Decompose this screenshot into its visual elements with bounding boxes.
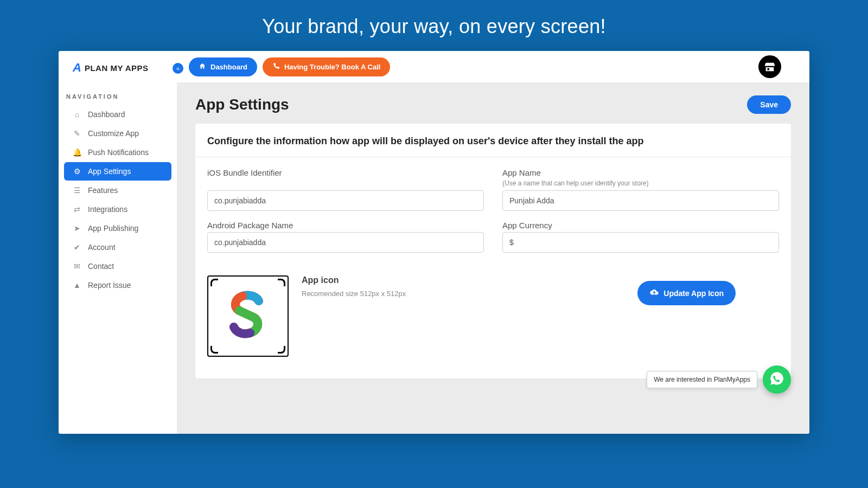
home-icon: ⌂ — [73, 110, 81, 119]
app-name-field: App Name (Use a name that can help user … — [502, 168, 779, 221]
app-logo-icon — [221, 289, 275, 343]
gear-icon: ⚙ — [73, 167, 81, 176]
ios-bundle-input[interactable] — [207, 190, 484, 211]
android-package-label: Android Package Name — [207, 221, 484, 230]
sidebar-item-label: App Settings — [88, 167, 131, 176]
sidebar-item-customize-app[interactable]: ✎ Customize App — [64, 124, 171, 143]
dashboard-button[interactable]: Dashboard — [189, 57, 257, 76]
whatsapp-button[interactable] — [763, 365, 791, 394]
card-description: Configure the information how app will b… — [195, 124, 791, 157]
ios-bundle-label: iOS Bundle Identifier — [207, 168, 484, 177]
plug-icon: ⇄ — [73, 205, 81, 214]
book-call-button-label: Having Trouble? Book A Call — [284, 63, 380, 71]
app-icon-preview — [207, 275, 289, 357]
dashboard-button-label: Dashboard — [210, 63, 247, 71]
sidebar-item-integrations[interactable]: ⇄ Integrations — [64, 200, 171, 219]
sidebar-item-features[interactable]: ☰ Features — [64, 181, 171, 200]
sidebar-item-dashboard[interactable]: ⌂ Dashboard — [64, 105, 171, 124]
app-name-input[interactable] — [502, 190, 779, 211]
whatsapp-icon — [769, 371, 784, 388]
update-app-icon-button[interactable]: Update App Icon — [637, 281, 736, 305]
nav-list: ⌂ Dashboard ✎ Customize App 🔔 Push Notif… — [59, 105, 177, 294]
home-icon — [199, 62, 206, 72]
form-grid: iOS Bundle Identifier Android Package Na… — [195, 157, 791, 262]
list-icon: ☰ — [73, 186, 81, 195]
sidebar: A PLAN MY APPS « NAVIGATION ⌂ Dashboard … — [59, 51, 177, 434]
sidebar-item-account[interactable]: ✔ Account — [64, 238, 171, 256]
update-app-icon-label: Update App Icon — [663, 289, 724, 298]
topbar: Dashboard Having Trouble? Book A Call — [177, 51, 809, 82]
app-icon-meta: App icon Recomended size 512px x 512px — [302, 275, 406, 298]
cloud-upload-icon — [649, 287, 659, 299]
mail-icon: ✉ — [73, 262, 81, 271]
app-currency-label: App Currency — [502, 221, 779, 230]
whatsapp-widget: We are interested in PlanMyApps — [647, 365, 791, 394]
page-header: App Settings Save — [177, 82, 809, 124]
brush-icon: ✎ — [73, 129, 81, 138]
brand-mark: A — [73, 61, 81, 75]
settings-card: Configure the information how app will b… — [195, 124, 791, 378]
sidebar-item-label: Integrations — [88, 205, 127, 214]
shield-icon: ✔ — [73, 243, 81, 252]
brand: A PLAN MY APPS — [59, 59, 177, 80]
sidebar-item-label: Customize App — [88, 129, 139, 138]
sidebar-collapse-button[interactable]: « — [173, 63, 183, 74]
sidebar-item-contact[interactable]: ✉ Contact — [64, 257, 171, 275]
app-icon-hint: Recomended size 512px x 512px — [302, 290, 406, 298]
chevron-left-icon: « — [176, 65, 180, 72]
app-window: A PLAN MY APPS « NAVIGATION ⌂ Dashboard … — [59, 51, 809, 434]
app-icon-title: App icon — [302, 275, 406, 285]
sidebar-item-app-publishing[interactable]: ➤ App Publishing — [64, 219, 171, 237]
bell-icon: 🔔 — [73, 148, 81, 157]
hero-headline: Your brand, your way, on every screen! — [0, 0, 868, 51]
sidebar-item-label: Dashboard — [88, 110, 125, 119]
app-name-hint: (Use a name that can help user identify … — [502, 179, 779, 187]
store-icon[interactable] — [758, 55, 781, 78]
ios-bundle-field: iOS Bundle Identifier — [207, 168, 484, 221]
book-call-button[interactable]: Having Trouble? Book A Call — [263, 57, 390, 76]
sidebar-item-label: Contact — [88, 262, 114, 271]
send-icon: ➤ — [73, 224, 81, 233]
app-name-label: App Name — [502, 168, 779, 177]
sidebar-item-push-notifications[interactable]: 🔔 Push Notifications — [64, 143, 171, 162]
android-package-input[interactable] — [207, 232, 484, 253]
warning-icon: ▲ — [73, 281, 81, 290]
nav-section-title: NAVIGATION — [59, 80, 177, 105]
sidebar-item-label: App Publishing — [88, 224, 138, 233]
phone-icon — [272, 62, 280, 72]
app-currency-field: App Currency — [502, 221, 779, 262]
app-currency-input[interactable] — [502, 232, 779, 253]
android-package-field: Android Package Name — [207, 221, 484, 262]
sidebar-item-label: Features — [88, 186, 118, 195]
sidebar-item-label: Account — [88, 243, 116, 252]
page-title: App Settings — [195, 96, 289, 113]
brand-text: PLAN MY APPS — [85, 63, 149, 73]
sidebar-item-label: Report Issue — [88, 281, 131, 290]
whatsapp-message: We are interested in PlanMyApps — [647, 371, 757, 388]
sidebar-item-label: Push Notifications — [88, 148, 149, 157]
sidebar-item-app-settings[interactable]: ⚙ App Settings — [64, 162, 171, 181]
app-icon-row: App icon Recomended size 512px x 512px U… — [195, 262, 791, 357]
sidebar-item-report-issue[interactable]: ▲ Report Issue — [64, 276, 171, 294]
save-button[interactable]: Save — [747, 95, 791, 114]
